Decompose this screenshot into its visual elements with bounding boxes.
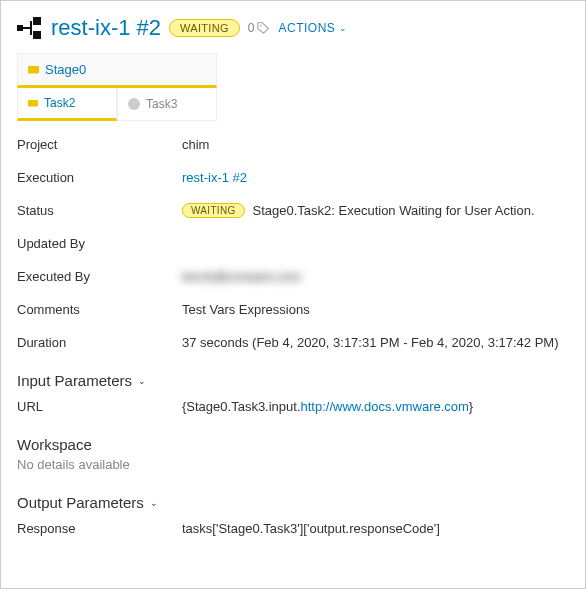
envelope-icon	[28, 66, 39, 74]
url-label: URL	[17, 399, 182, 414]
url-value: {Stage0.Task3.input.http://www.docs.vmwa…	[182, 399, 569, 414]
svg-point-5	[260, 25, 262, 27]
executed-by-label: Executed By	[17, 269, 182, 284]
comments-value: Test Vars Expressions	[182, 302, 569, 317]
status-value: WAITING Stage0.Task2: Execution Waiting …	[182, 203, 569, 218]
status-dot-icon	[128, 98, 140, 110]
input-parameters-grid: URL {Stage0.Task3.input.http://www.docs.…	[17, 399, 569, 414]
stage-label: Stage0	[45, 62, 86, 77]
tag-count-value: 0	[248, 21, 255, 35]
status-badge: WAITING	[169, 19, 240, 37]
output-parameters-heading: Output Parameters	[17, 494, 144, 511]
project-label: Project	[17, 137, 182, 152]
chevron-down-icon: ⌄	[138, 376, 146, 386]
url-link[interactable]: http://www.docs.vmware.com	[301, 399, 469, 414]
chevron-down-icon: ⌄	[150, 498, 158, 508]
duration-label: Duration	[17, 335, 182, 350]
header: rest-ix-1 #2 WAITING 0 ACTIONS ⌄	[17, 15, 569, 41]
task-label: Task2	[44, 96, 75, 110]
status-text: Stage0.Task2: Execution Waiting for User…	[253, 203, 535, 218]
tag-icon	[256, 21, 270, 35]
pipeline-icon	[17, 16, 43, 40]
project-value: chim	[182, 137, 569, 152]
duration-value: 37 seconds (Feb 4, 2020, 3:17:31 PM - Fe…	[182, 335, 569, 350]
input-parameters-toggle[interactable]: Input Parameters ⌄	[17, 372, 569, 389]
task-tab-active[interactable]: Task2	[17, 88, 117, 121]
status-badge: WAITING	[182, 203, 245, 218]
updated-by-label: Updated By	[17, 236, 182, 251]
status-label: Status	[17, 203, 182, 218]
output-parameters-grid: Response tasks['Stage0.Task3']['output.r…	[17, 521, 569, 536]
execution-link[interactable]: rest-ix-1 #2	[182, 170, 247, 185]
envelope-icon	[28, 100, 38, 107]
response-label: Response	[17, 521, 182, 536]
execution-title-link[interactable]: rest-ix-1 #2	[51, 15, 161, 41]
response-value: tasks['Stage0.Task3']['output.responseCo…	[182, 521, 569, 536]
url-prefix: {Stage0.Task3.input.	[182, 399, 301, 414]
chevron-down-icon: ⌄	[339, 23, 348, 33]
tag-count: 0	[248, 21, 271, 35]
input-parameters-heading: Input Parameters	[17, 372, 132, 389]
task-row: Task2 Task3	[17, 88, 217, 121]
workspace-empty-text: No details available	[17, 457, 569, 472]
executed-by-value: kernb@vmware.com	[182, 269, 569, 284]
details-grid: Project chim Execution rest-ix-1 #2 Stat…	[17, 137, 569, 350]
output-parameters-toggle[interactable]: Output Parameters ⌄	[17, 494, 569, 511]
actions-dropdown[interactable]: ACTIONS ⌄	[278, 21, 347, 35]
comments-label: Comments	[17, 302, 182, 317]
actions-label: ACTIONS	[278, 21, 335, 35]
svg-rect-0	[17, 25, 23, 31]
execution-detail-panel: rest-ix-1 #2 WAITING 0 ACTIONS ⌄ Stage0 …	[0, 0, 586, 589]
stage-tab[interactable]: Stage0	[17, 53, 217, 88]
execution-value: rest-ix-1 #2	[182, 170, 569, 185]
task-tab-inactive[interactable]: Task3	[117, 88, 217, 121]
execution-label: Execution	[17, 170, 182, 185]
task-label: Task3	[146, 97, 177, 111]
svg-rect-3	[33, 17, 41, 25]
svg-rect-4	[33, 31, 41, 39]
stage-tiles: Stage0 Task2 Task3	[17, 53, 217, 121]
workspace-heading: Workspace	[17, 436, 569, 453]
url-suffix: }	[469, 399, 473, 414]
